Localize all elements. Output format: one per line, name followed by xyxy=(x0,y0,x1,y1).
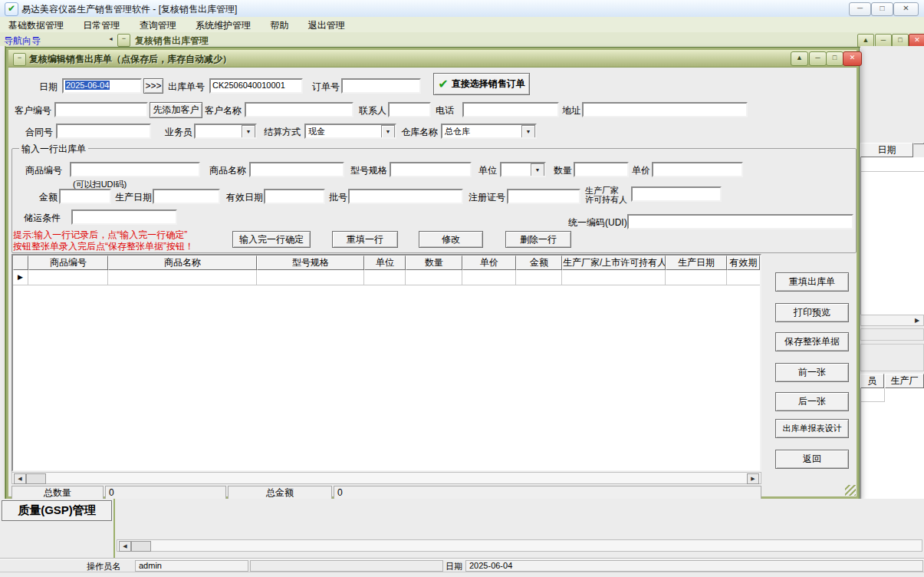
address-field[interactable] xyxy=(582,102,748,117)
product-no-field[interactable] xyxy=(70,162,200,177)
next-doc-button[interactable]: 后一张 xyxy=(775,392,849,411)
scrollbar-thumb[interactable] xyxy=(26,473,46,484)
customer-name-field[interactable] xyxy=(245,102,353,117)
grid-header-qty: 数量 xyxy=(406,256,462,270)
menu-item-daily[interactable]: 日常管理 xyxy=(74,17,128,32)
status-spacer-panel xyxy=(250,560,443,572)
delete-line-button[interactable]: 删除一行 xyxy=(505,231,571,248)
price-field[interactable] xyxy=(652,162,743,177)
qty-label: 数量 xyxy=(554,164,572,177)
bg-scroll-right-icon[interactable]: ▶ xyxy=(912,315,922,325)
regno-field[interactable] xyxy=(507,189,580,204)
save-whole-doc-button[interactable]: 保存整张单据 xyxy=(775,332,849,351)
status-date-value: 2025-06-04 xyxy=(465,560,923,572)
grid-header-prod-date: 生产日期 xyxy=(666,256,727,270)
child-window-title: 复核销售出库管理 xyxy=(135,35,209,48)
order-no-field[interactable] xyxy=(341,78,421,94)
scroll-left-icon[interactable]: ◀ xyxy=(14,473,26,484)
menu-item-system-maintenance[interactable]: 系统维护管理 xyxy=(187,17,259,32)
scroll-right-icon[interactable]: ▶ xyxy=(747,473,759,484)
scrollbar-thumb[interactable] xyxy=(131,541,151,552)
grid-hscrollbar[interactable]: ◀ ▶ xyxy=(12,472,761,484)
dialog-maximize-button[interactable]: □ xyxy=(826,51,843,66)
select-sales-order-label: 直接选择销售订单 xyxy=(452,77,525,91)
bg-grid-hscrollbar[interactable]: ▶ xyxy=(860,315,924,326)
menu-item-query[interactable]: 查询管理 xyxy=(131,17,185,32)
grid-header-maker: 生产厂家/上市许可持有人 xyxy=(562,256,666,270)
dialog-close-button[interactable]: ✕ xyxy=(843,51,862,66)
dropdown-arrow-icon[interactable]: ▼ xyxy=(242,125,255,139)
menu-item-exit[interactable]: 退出管理 xyxy=(300,17,353,32)
phone-field[interactable] xyxy=(462,102,559,117)
grid-empty-row[interactable]: ▶ xyxy=(13,270,760,285)
outbound-review-dialog: − 复核编辑销售出库单（点保存后，库存自动减少） ▲ ─ □ ✕ 日期 2025… xyxy=(6,48,859,499)
salesman-combo[interactable]: ▼ xyxy=(194,124,257,139)
udi-field[interactable] xyxy=(627,214,853,229)
window-titlebar: ✔ 易达美容仪器生产销售管理软件 - [复核销售出库管理] ─ □ ✕ xyxy=(0,0,924,18)
grid-header-marker xyxy=(13,256,28,270)
window-close-button[interactable]: ✕ xyxy=(893,2,919,16)
date-field[interactable]: 2025-06-04 xyxy=(62,78,142,94)
dropdown-arrow-icon[interactable]: ▼ xyxy=(381,125,395,139)
bg-column-header-partial-1: 员 xyxy=(860,374,884,388)
dialog-collapse-button[interactable]: ▲ xyxy=(791,51,808,66)
dialog-resize-grip[interactable] xyxy=(845,485,856,496)
dialog-minimize-button[interactable]: ─ xyxy=(809,51,827,66)
window-restore-button[interactable]: □ xyxy=(871,2,893,16)
operator-label: 操作员名 xyxy=(87,561,120,572)
window-minimize-button[interactable]: ─ xyxy=(849,2,871,16)
sidebar-item-gsp[interactable]: 质量(GSP)管理 xyxy=(2,500,112,521)
workspace-hscrollbar[interactable]: ◀ xyxy=(117,539,922,552)
contract-label: 合同号 xyxy=(25,126,53,139)
price-label: 单价 xyxy=(632,164,650,177)
confirm-line-button[interactable]: 输入完一行确定 xyxy=(232,231,311,248)
nav-collapse-icon[interactable]: ◄ xyxy=(108,36,113,41)
valid-date-field[interactable] xyxy=(264,189,325,204)
add-customer-button[interactable]: 先添加客户 xyxy=(150,102,202,118)
entry-hint-line2: 按钮整张单录入完后点“保存整张单据”按钮！ xyxy=(13,240,194,253)
customer-no-field[interactable] xyxy=(54,102,148,117)
qty-field[interactable] xyxy=(574,162,629,177)
background-grid-strip: 日期 ▶ 员 生产厂 xyxy=(860,46,924,499)
warehouse-combo[interactable]: 总仓库▼ xyxy=(441,124,537,139)
storage-field[interactable] xyxy=(71,209,177,225)
spec-field[interactable] xyxy=(390,162,472,177)
child-frame-edge xyxy=(0,46,6,522)
report-design-button[interactable]: 出库单报表设计 xyxy=(775,419,849,438)
line-entry-group-title: 输入一行出库单 xyxy=(19,143,88,156)
settlement-label: 结算方式 xyxy=(264,126,301,139)
batch-field[interactable] xyxy=(348,189,463,204)
prod-date-field[interactable] xyxy=(153,189,220,204)
bottom-strip xyxy=(0,572,924,577)
grid-header-product-no: 商品编号 xyxy=(28,256,108,270)
unit-combo[interactable]: ▼ xyxy=(500,162,546,177)
menu-item-base-data[interactable]: 基础数据管理 xyxy=(0,17,72,32)
customer-name-label: 客户名称 xyxy=(205,104,242,117)
child-minimize-icon[interactable]: − xyxy=(117,34,130,47)
dialog-minimize-icon[interactable]: − xyxy=(13,53,26,66)
prev-doc-button[interactable]: 前一张 xyxy=(775,363,849,382)
refill-line-button[interactable]: 重填一行 xyxy=(332,231,398,248)
print-preview-button[interactable]: 打印预览 xyxy=(775,303,849,322)
amount-field[interactable] xyxy=(59,189,111,204)
date-more-button[interactable]: >>> xyxy=(143,78,163,94)
contract-field[interactable] xyxy=(56,124,151,139)
select-sales-order-button[interactable]: ✔ 直接选择销售订单 xyxy=(433,73,530,95)
operator-value: admin xyxy=(135,560,248,572)
refill-outbound-button[interactable]: 重填出库单 xyxy=(775,272,849,292)
grid-header-row: 商品编号 商品名称 型号规格 单位 数量 单价 金额 生产厂家/上市许可持有人 … xyxy=(13,256,760,270)
modify-button[interactable]: 修改 xyxy=(419,231,483,248)
dropdown-arrow-icon[interactable]: ▼ xyxy=(521,125,535,139)
dropdown-arrow-icon[interactable]: ▼ xyxy=(531,163,544,177)
product-name-field[interactable] xyxy=(249,162,344,177)
return-button[interactable]: 返回 xyxy=(775,450,849,469)
outbound-no-field[interactable]: CK2506040010001 xyxy=(209,78,303,94)
menu-item-help[interactable]: 帮助 xyxy=(261,17,297,32)
settlement-combo[interactable]: 现金▼ xyxy=(304,124,396,139)
settlement-value: 现金 xyxy=(308,127,325,136)
scroll-left-icon[interactable]: ◀ xyxy=(119,541,131,552)
maker-field[interactable] xyxy=(631,186,722,202)
warehouse-label: 仓库名称 xyxy=(401,126,438,139)
contact-field[interactable] xyxy=(388,102,431,117)
check-icon: ✔ xyxy=(438,77,448,91)
